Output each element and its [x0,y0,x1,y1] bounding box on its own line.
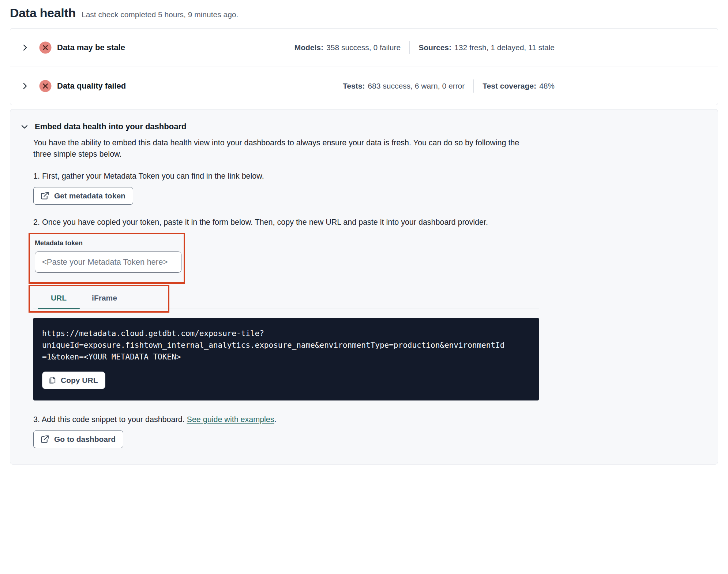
step-3-text: 3. Add this code snippet to your dashboa… [33,415,707,424]
status-row-stats: Tests: 683 success, 6 warn, 0 error Test… [343,79,555,93]
copy-icon [48,376,57,385]
last-check-status: Last check completed 5 hours, 9 minutes … [82,10,238,19]
copy-url-button[interactable]: Copy URL [42,372,105,389]
stat-label: Tests: [343,82,365,90]
external-link-icon [40,435,49,444]
external-link-icon [40,191,49,200]
stat-label: Test coverage: [483,82,536,90]
step-1-text: 1. First, gather your Metadata Token you… [33,172,707,181]
page-title: Data health [10,6,76,20]
step-2-text: 2. Once you have copied your token, past… [33,218,707,227]
stat-value: 48% [539,82,555,90]
metadata-token-input[interactable] [35,251,181,273]
embed-section-header[interactable]: Embed data health into your dashboard [20,122,707,131]
stat-value: 683 success, 6 warn, 0 error [368,82,465,90]
status-accordion: Data may be stale Models: 358 success, 0… [10,28,718,105]
code-line: https://metadata.cloud.getdbt.com/exposu… [42,328,530,339]
tab-iframe[interactable]: iFrame [83,287,125,309]
tabs-row: URL iFrame [33,287,539,309]
annotation-box-token-field: Metadata token [29,233,185,284]
button-label: Copy URL [61,376,98,385]
stat-label: Sources: [419,43,451,52]
divider [473,79,474,93]
metadata-token-label: Metadata token [35,239,184,247]
divider [409,41,410,54]
stat-value: 358 success, 0 failure [326,43,401,52]
stat-value: 132 fresh, 1 delayed, 11 stale [454,43,555,52]
embed-section: Embed data health into your dashboard Yo… [10,109,718,465]
chevron-down-icon[interactable] [20,122,29,131]
status-row-stale[interactable]: Data may be stale Models: 358 success, 0… [10,29,718,67]
status-row-title: Data may be stale [57,43,125,52]
output-tabs: URL iFrame [33,287,539,309]
code-line: =1&token=<YOUR_METADATA_TOKEN> [42,351,530,363]
go-to-dashboard-button[interactable]: Go to dashboard [33,430,123,448]
step-3-prefix: 3. Add this code snippet to your dashboa… [33,415,187,424]
chevron-right-icon[interactable] [20,43,29,52]
page-header: Data health Last check completed 5 hours… [0,0,728,20]
get-metadata-token-button[interactable]: Get metadata token [33,187,133,205]
error-x-circle-icon [39,80,52,92]
chevron-right-icon[interactable] [20,82,29,90]
status-row-stats: Models: 358 success, 0 failure Sources: … [294,41,555,54]
error-x-circle-icon [39,41,52,54]
status-row-title: Data quality failed [57,81,126,91]
status-row-quality[interactable]: Data quality failed Tests: 683 success, … [10,67,718,105]
code-line: uniqueId=exposure.fishtown_internal_anal… [42,339,530,351]
step-3-suffix: . [274,415,277,424]
button-label: Go to dashboard [54,435,116,444]
stat-label: Models: [294,43,323,52]
embed-description: You have the ability to embed this data … [33,137,525,160]
tab-url[interactable]: URL [38,287,80,309]
see-guide-link[interactable]: See guide with examples [187,415,274,424]
embed-url-code-block: https://metadata.cloud.getdbt.com/exposu… [33,318,539,400]
button-label: Get metadata token [54,191,125,200]
embed-section-title: Embed data health into your dashboard [35,122,186,131]
